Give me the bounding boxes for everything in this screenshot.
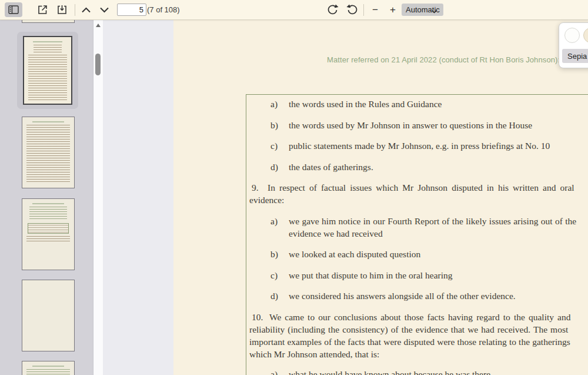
thumbnail-content bbox=[34, 45, 62, 53]
zoom-select[interactable]: Automatic bbox=[402, 4, 443, 16]
list-item-label: d) bbox=[270, 291, 278, 301]
thumbnail-content bbox=[32, 203, 65, 204]
thumbnail-content bbox=[26, 125, 70, 184]
sidebar-toggle-button[interactable] bbox=[5, 2, 22, 17]
list-item-label: a) bbox=[270, 99, 278, 109]
chevron-up-icon bbox=[81, 6, 91, 14]
thumbnail-content bbox=[26, 236, 70, 242]
sidebar-scrollbar[interactable] bbox=[93, 19, 103, 375]
list-item-label: b) bbox=[270, 120, 278, 131]
page-number-input[interactable] bbox=[117, 4, 146, 16]
zoom-in-button[interactable]: + bbox=[386, 2, 400, 17]
toolbar-separator bbox=[363, 4, 364, 16]
theme-swatch-light[interactable] bbox=[564, 28, 580, 43]
paragraph-number: 10. bbox=[252, 312, 263, 323]
paragraph-line: reliability (including the consistency) … bbox=[249, 324, 568, 335]
zoom-out-button[interactable]: − bbox=[368, 2, 382, 17]
page-thumbnail-current[interactable] bbox=[23, 36, 72, 105]
document-running-header: Matter referred on 21 April 2022 (conduc… bbox=[327, 55, 588, 64]
view-theme-popup: Sepia bbox=[559, 22, 588, 68]
page-thumbnail[interactable] bbox=[22, 198, 75, 270]
chevron-down-icon bbox=[99, 6, 109, 14]
sidebar-scrollbar-thumb[interactable] bbox=[95, 54, 101, 75]
minus-icon: − bbox=[372, 5, 378, 15]
paragraph-number: 9. bbox=[252, 182, 259, 193]
list-item-text: the words used in the Rules and Guidance bbox=[289, 99, 442, 109]
list-item-label: c) bbox=[270, 270, 278, 281]
list-item-text: we gave him notice in our Fourth Report … bbox=[289, 216, 576, 227]
list-item-text: what he would have known about because h… bbox=[289, 369, 490, 375]
paragraph-line: evidence: bbox=[249, 195, 284, 205]
open-external-button[interactable] bbox=[35, 2, 51, 17]
pdf-viewer-area: Matter referred on 21 April 2022 (conduc… bbox=[103, 19, 588, 375]
rotate-clockwise-button[interactable] bbox=[324, 2, 340, 17]
open-external-icon bbox=[37, 4, 48, 15]
list-item-text: the dates of gatherings. bbox=[289, 162, 373, 172]
thumbnail-content bbox=[26, 369, 70, 375]
toolbar-separator bbox=[75, 4, 75, 16]
previous-page-button[interactable] bbox=[78, 2, 94, 17]
save-download-button[interactable] bbox=[54, 2, 70, 17]
rotate-counterclockwise-button[interactable] bbox=[344, 2, 360, 17]
list-item-text: evidence we had received bbox=[289, 228, 383, 239]
paragraph-line: In respect of factual issues which Mr Jo… bbox=[268, 182, 574, 193]
pdf-toolbar: (7 of 108) − + Automatic bbox=[0, 0, 588, 20]
sidebar-toggle-icon bbox=[8, 5, 19, 14]
list-item-text: we looked at each disputed question bbox=[289, 249, 420, 260]
list-item-text: we considered his answers alongside all … bbox=[289, 291, 516, 301]
thumbnail-content bbox=[29, 207, 67, 221]
page-thumbnail[interactable] bbox=[22, 361, 75, 375]
page-thumbnail[interactable] bbox=[22, 117, 75, 188]
thumbnail-content bbox=[32, 366, 65, 367]
scroll-up-arrow-icon[interactable] bbox=[96, 24, 101, 27]
paragraph-line: which Mr Johnson attended, that is: bbox=[249, 349, 379, 360]
list-item-label: d) bbox=[270, 162, 278, 172]
paragraph-line: important examples of the facts that wer… bbox=[249, 337, 570, 347]
list-item-label: a) bbox=[270, 369, 278, 375]
rotate-counterclockwise-icon bbox=[346, 3, 359, 16]
theme-label-chip: Sepia bbox=[562, 49, 588, 63]
thumbnail-sidebar bbox=[0, 19, 93, 375]
thumbnail-content bbox=[32, 121, 65, 122]
list-item-text: the words used by Mr Johnson in answer t… bbox=[289, 120, 532, 131]
page-count-label: (7 of 108) bbox=[147, 5, 180, 14]
theme-label: Sepia bbox=[567, 52, 587, 61]
list-item-text: we put that dispute to him in the oral h… bbox=[289, 270, 453, 281]
theme-swatch-sepia[interactable] bbox=[583, 28, 588, 43]
pdf-page: Matter referred on 21 April 2022 (conduc… bbox=[173, 19, 588, 375]
page-thumbnail[interactable] bbox=[22, 280, 75, 351]
next-page-button[interactable] bbox=[96, 2, 112, 17]
list-item-label: b) bbox=[270, 249, 278, 260]
chevron-down-icon bbox=[432, 6, 437, 15]
list-item-text: public statements made by Mr Johnson, e.… bbox=[289, 141, 550, 151]
thumbnail-content bbox=[33, 41, 62, 42]
plus-icon: + bbox=[390, 5, 396, 15]
paragraph-line: We came to our conclusions about those f… bbox=[269, 312, 570, 323]
list-item-label: a) bbox=[270, 216, 278, 227]
download-icon bbox=[56, 4, 68, 15]
rotate-clockwise-icon bbox=[326, 3, 339, 16]
thumbnail-content bbox=[28, 223, 69, 234]
thumbnail-content bbox=[28, 55, 67, 102]
list-item-label: c) bbox=[270, 141, 278, 151]
